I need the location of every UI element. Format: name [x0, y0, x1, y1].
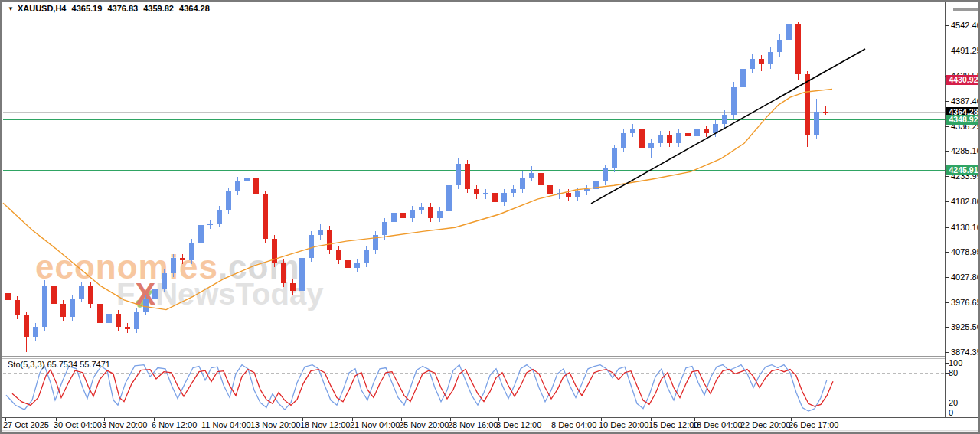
candle-body: [51, 286, 57, 304]
pane-splitter-shadow: [2, 358, 945, 359]
stochastic-label: Sto(5,3,3) 65.7534 55.7471: [8, 360, 110, 369]
stochastic-d-value: 55.7471: [80, 360, 110, 369]
candle-body: [309, 235, 314, 257]
candle-body: [70, 299, 75, 317]
candle-body: [704, 129, 709, 133]
candle-body: [290, 283, 296, 291]
candle-body: [492, 193, 498, 202]
candle-body: [198, 225, 204, 243]
stochastic-k-value: 65.7534: [47, 360, 77, 369]
candle-body: [244, 178, 250, 181]
candle-body: [125, 327, 130, 329]
candle-body: [152, 289, 158, 299]
candle-body: [391, 213, 397, 222]
candle-body: [520, 178, 525, 189]
candle-body: [410, 210, 415, 218]
candle-body: [575, 191, 580, 197]
candle-body: [5, 293, 11, 300]
candle-body: [60, 304, 66, 317]
candle-body: [603, 168, 608, 181]
candle-body: [823, 112, 828, 113]
candle-body: [750, 59, 755, 69]
candle-body: [621, 133, 626, 148]
candle-body: [456, 164, 461, 185]
candle-body: [97, 304, 103, 323]
bottom-margin: [2, 430, 980, 434]
candle-body: [318, 230, 323, 235]
candle-body: [658, 135, 663, 143]
candle-body: [217, 210, 222, 224]
candle-body: [795, 24, 801, 74]
candle-body: [584, 189, 590, 191]
candle-body: [713, 124, 718, 133]
candle-body: [547, 185, 553, 194]
candle-body: [759, 59, 764, 64]
candle-body: [740, 69, 746, 87]
candle-body: [253, 178, 259, 194]
candle-body: [180, 258, 185, 260]
candle-body: [768, 52, 773, 64]
scrollbar-thumb[interactable]: [953, 8, 980, 11]
candle-body: [667, 135, 672, 142]
candle-body: [694, 129, 700, 136]
candle-body: [171, 258, 176, 273]
price-axis-border: [945, 2, 946, 418]
candle-body: [299, 258, 305, 291]
symbol-dropdown-icon[interactable]: ▼: [8, 5, 14, 12]
candle-body: [281, 263, 286, 283]
candle-body: [639, 129, 645, 149]
candle-body: [33, 327, 38, 337]
candle-body: [446, 185, 452, 210]
title-close: 4364.28: [179, 4, 210, 13]
candle-body: [226, 191, 231, 210]
candle-body: [630, 129, 635, 133]
candle-body: [15, 300, 20, 315]
candle-body: [685, 133, 691, 136]
candle-body: [465, 164, 470, 189]
candle-body: [612, 148, 617, 168]
candle-body: [474, 189, 479, 194]
candle-body: [235, 181, 240, 191]
candle-body: [805, 74, 810, 135]
candle-body: [143, 299, 149, 312]
candle-body: [116, 314, 121, 327]
candle-body: [400, 213, 406, 218]
candle-body: [354, 263, 360, 268]
candle-body: [88, 286, 93, 304]
candle-body: [676, 133, 681, 143]
candle-body: [483, 193, 488, 195]
candle-body: [538, 173, 544, 185]
candle-body: [327, 230, 332, 250]
candle-body: [566, 193, 571, 197]
candle-body: [24, 315, 29, 337]
candle-body: [722, 115, 727, 124]
candle-body: [529, 173, 534, 178]
candle-body: [382, 222, 387, 235]
candle-body: [419, 207, 424, 210]
pane-splitter[interactable]: [2, 356, 945, 357]
candle-body: [786, 24, 792, 40]
stoch-d-line: [12, 370, 833, 406]
candle-body: [263, 194, 268, 239]
candle-body: [336, 250, 341, 260]
candle-body: [731, 87, 737, 115]
candle-body: [162, 273, 167, 289]
candle-body: [364, 250, 369, 263]
candle-body: [79, 286, 84, 299]
title-low: 4359.82: [143, 4, 174, 13]
candle-body: [106, 314, 112, 323]
candle-body: [777, 40, 782, 53]
price-chart-canvas[interactable]: [2, 2, 980, 434]
moving-average-line: [3, 89, 832, 309]
title-open: 4365.19: [72, 4, 103, 13]
candle-body: [345, 260, 351, 268]
candle-body: [437, 211, 443, 219]
stochastic-name: Sto(5,3,3): [8, 360, 44, 369]
chart-window: economies.com F✓XNewsToday ▼XAUUSD,H4 43…: [0, 0, 980, 434]
candle-body: [648, 143, 654, 148]
chart-title: ▼XAUUSD,H4 4365.19 4376.83 4359.82 4364.…: [8, 4, 213, 13]
candle-body: [189, 243, 194, 260]
candle-body: [511, 189, 516, 192]
candle-body: [814, 112, 819, 135]
candle-body: [42, 286, 47, 327]
